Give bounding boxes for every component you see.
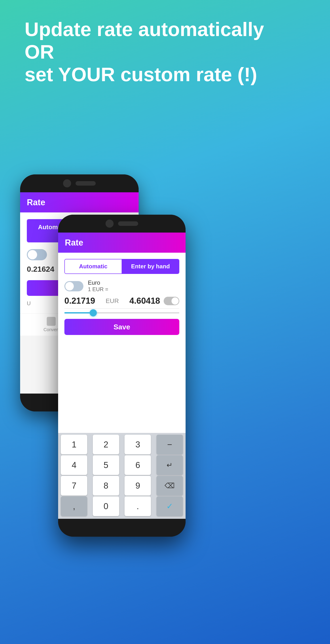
key-backspace[interactable]: ⌫: [156, 476, 183, 496]
euro-sub: 1 EUR =: [88, 286, 108, 292]
back-rate-value: 0.21624: [27, 265, 54, 274]
front-save-button[interactable]: Save: [64, 319, 179, 335]
key-9[interactable]: 9: [124, 476, 151, 496]
keyboard-row-2: 4 5 6 ↵: [58, 455, 186, 475]
key-minus[interactable]: −: [156, 435, 183, 454]
key-6[interactable]: 6: [124, 455, 151, 475]
headline-line3: set YOUR custom rate (!): [24, 63, 257, 86]
back-screen-title: Rate: [27, 198, 45, 207]
euro-label-col: Euro 1 EUR =: [88, 279, 108, 292]
front-segment-auto[interactable]: Automatic: [65, 260, 122, 274]
rate-slider-track[interactable]: [64, 312, 179, 314]
key-7[interactable]: 7: [61, 476, 87, 496]
front-camera-icon: [106, 220, 114, 228]
headline-line2: OR: [24, 41, 54, 63]
rate-slider-thumb[interactable]: [90, 309, 97, 316]
back-convert-label: Convert: [43, 327, 59, 332]
key-4[interactable]: 4: [61, 455, 87, 475]
front-speaker: [118, 222, 138, 226]
keyboard-row-3: 7 8 9 ⌫: [58, 476, 186, 496]
front-bottom-bar: [58, 519, 186, 537]
keyboard-row-4: , 0 . ✓: [58, 496, 186, 516]
rate-input-row: 0.21719 EUR 4.60418: [64, 296, 179, 308]
front-screen: Rate Automatic Enter by hand Euro 1 EUR …: [58, 232, 186, 519]
front-screen-body: Automatic Enter by hand Euro 1 EUR = 0.2…: [58, 253, 186, 433]
front-segment-control[interactable]: Automatic Enter by hand: [64, 259, 179, 274]
rate-input-currency: EUR: [106, 298, 119, 304]
key-5[interactable]: 5: [93, 455, 119, 475]
key-dot[interactable]: .: [124, 496, 151, 516]
euro-label: Euro: [88, 279, 108, 286]
key-comma[interactable]: ,: [61, 496, 87, 516]
key-check[interactable]: ✓: [156, 496, 183, 516]
front-segment-hand[interactable]: Enter by hand: [122, 260, 179, 274]
keyboard-row-1: 1 2 3 −: [58, 435, 186, 454]
back-speaker: [76, 181, 96, 186]
rate-input-value[interactable]: 0.21719: [64, 296, 102, 306]
key-0[interactable]: 0: [93, 496, 119, 516]
front-header: Rate: [58, 232, 186, 253]
key-enter[interactable]: ↵: [156, 455, 183, 475]
back-nav-convert[interactable]: Convert: [43, 317, 59, 332]
front-phone: Rate Automatic Enter by hand Euro 1 EUR …: [58, 215, 186, 537]
back-convert-icon: [47, 317, 56, 326]
back-camera-icon: [63, 179, 71, 188]
front-toggle[interactable]: [64, 281, 84, 291]
back-header: Rate: [20, 192, 138, 212]
keyboard-area: 1 2 3 − 4 5 6 ↵ 7 8 9 ⌫ , 0 . ✓: [58, 433, 186, 519]
back-notch-bar: [20, 174, 138, 192]
key-1[interactable]: 1: [61, 435, 87, 454]
back-toggle[interactable]: [27, 249, 47, 260]
euro-info-row: Euro 1 EUR =: [64, 279, 179, 292]
rate-slider-fill: [64, 312, 93, 314]
key-2[interactable]: 2: [93, 435, 119, 454]
rate-converted-value[interactable]: 4.60418: [122, 296, 160, 306]
key-8[interactable]: 8: [93, 476, 119, 496]
headline-line1: Update rate automatically: [24, 18, 264, 40]
checkmark-icon: ✓: [166, 502, 173, 511]
rate-slider-row: [64, 312, 179, 314]
front-toggle-on[interactable]: [164, 297, 179, 305]
headline: Update rate automatically OR set YOUR cu…: [24, 18, 306, 86]
key-3[interactable]: 3: [124, 435, 151, 454]
front-screen-title: Rate: [65, 238, 83, 248]
front-notch-bar: [58, 215, 186, 232]
